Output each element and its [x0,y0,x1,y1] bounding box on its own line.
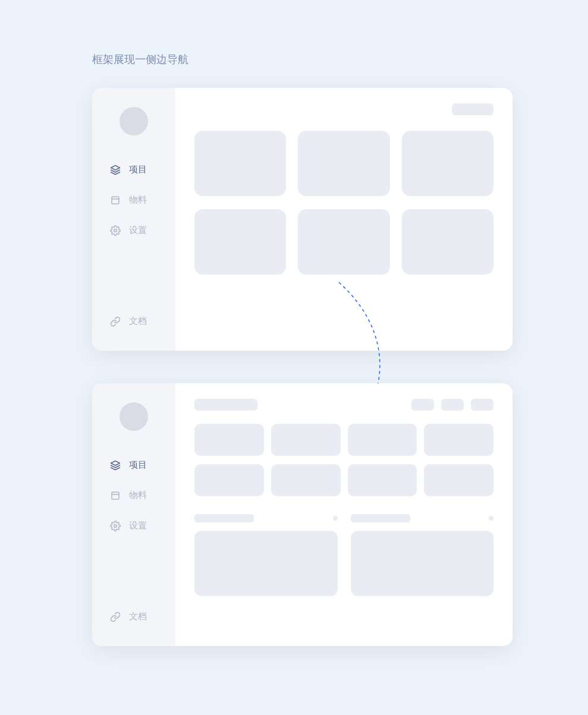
stat-card-placeholder[interactable] [194,464,264,496]
card-placeholder[interactable] [194,209,286,275]
sidebar-item-label: 文档 [129,611,147,622]
content-area [175,88,512,351]
card-grid [194,131,493,275]
nav-list: 项目 物料 设置 [92,450,175,601]
page-title-placeholder [194,399,257,411]
link-icon [110,316,121,327]
content-card-placeholder[interactable] [194,531,338,596]
header-row [194,399,493,411]
card-placeholder[interactable] [298,209,389,275]
column-title-placeholder [351,514,410,522]
sidebar-item-settings[interactable]: 设置 [92,215,175,245]
sidebar-item-materials[interactable]: 物料 [92,480,175,511]
stat-card-placeholder[interactable] [271,424,341,456]
sidebar-item-docs[interactable]: 文档 [92,306,175,336]
gear-icon [110,521,121,531]
sidebar-footer: 文档 [92,601,175,632]
column-header [194,514,338,522]
stat-card-placeholder[interactable] [424,464,493,496]
stat-card-placeholder[interactable] [194,424,264,456]
avatar[interactable] [120,402,148,431]
card-placeholder[interactable] [402,209,493,275]
layout-panel-bottom: 项目 物料 设置 文档 [92,383,512,646]
header-action-placeholder[interactable] [452,103,493,115]
column-left [194,514,338,596]
header-action-placeholder[interactable] [471,399,493,411]
card-placeholder[interactable] [402,131,493,196]
content-card-placeholder[interactable] [351,531,494,596]
card-placeholder[interactable] [194,131,286,196]
two-column-section [194,514,493,596]
column-right [351,514,494,596]
content-area [175,383,512,646]
header-action-placeholder[interactable] [411,399,434,411]
stat-card-placeholder[interactable] [348,464,417,496]
stat-card-placeholder[interactable] [271,464,341,496]
link-icon [110,612,121,622]
sidebar-item-materials[interactable]: 物料 [92,185,175,215]
column-more-icon[interactable] [333,516,338,521]
stat-card-placeholder[interactable] [424,424,493,456]
stat-card-placeholder[interactable] [348,424,417,456]
header-row [194,103,493,115]
svg-point-3 [114,229,117,232]
sidebar-item-label: 物料 [129,490,147,501]
layers-icon [110,165,121,175]
sidebar-item-label: 项目 [129,459,147,471]
svg-marker-0 [111,165,120,170]
avatar[interactable] [120,107,148,136]
sidebar-item-settings[interactable]: 设置 [92,511,175,541]
svg-rect-6 [112,492,119,499]
page-title: 框架展现一侧边导航 [92,52,188,67]
folder-icon [110,195,121,206]
card-placeholder[interactable] [298,131,389,196]
sidebar-item-label: 设置 [129,520,147,531]
sidebar-item-docs[interactable]: 文档 [92,601,175,632]
header-action-placeholder[interactable] [441,399,464,411]
header-actions [411,399,493,411]
layers-icon [110,460,121,471]
sidebar-item-label: 文档 [129,316,147,327]
sidebar-item-label: 项目 [129,164,147,175]
column-header [351,514,494,522]
gear-icon [110,225,121,236]
nav-list: 项目 物料 设置 [92,155,175,306]
sidebar-item-label: 物料 [129,194,147,206]
svg-point-8 [114,524,117,527]
folder-icon [110,490,121,501]
sidebar-footer: 文档 [92,306,175,336]
stat-card-grid [194,424,493,496]
svg-rect-1 [112,197,119,204]
svg-marker-5 [111,461,120,465]
sidebar-item-label: 设置 [129,225,147,236]
sidebar-item-projects[interactable]: 项目 [92,450,175,480]
sidebar-item-projects[interactable]: 项目 [92,155,175,185]
column-title-placeholder [194,514,254,522]
column-more-icon[interactable] [489,516,493,521]
sidebar: 项目 物料 设置 文档 [92,383,175,646]
layout-panel-top: 项目 物料 设置 文档 [92,88,512,351]
sidebar: 项目 物料 设置 文档 [92,88,175,351]
